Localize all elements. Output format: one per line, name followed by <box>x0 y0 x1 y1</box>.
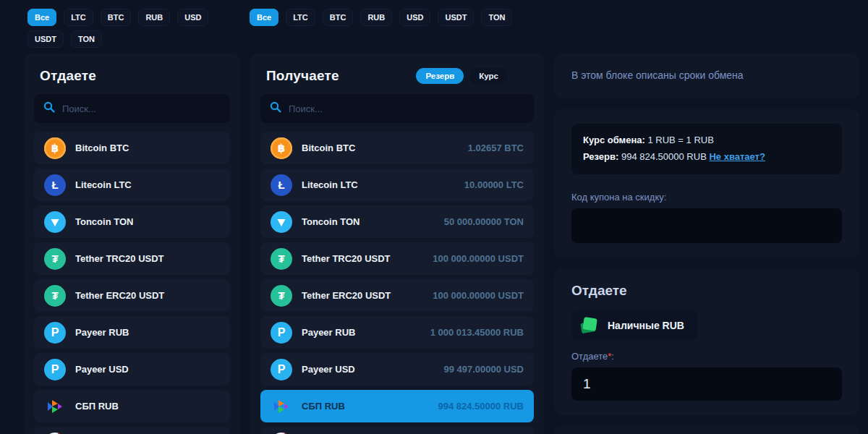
get-filter-chip-rub[interactable]: RUB <box>360 9 392 26</box>
get-filter-chip-ltc[interactable]: LTC <box>286 9 315 26</box>
list-item-litecoin[interactable]: Litecoin LTC <box>34 169 230 201</box>
list-item-toncoin[interactable]: Toncoin TON 50 000.00000 TON <box>260 205 534 238</box>
litecoin-icon <box>44 174 66 196</box>
amount-label-text: Отдаете <box>571 351 608 362</box>
currency-label: Toncoin TON <box>75 216 133 227</box>
give-search-input[interactable] <box>62 103 221 114</box>
amount-label-colon: : <box>611 351 614 362</box>
tether-icon <box>271 285 292 307</box>
get-filter-chip-ton[interactable]: TON <box>481 9 512 26</box>
tether-icon <box>44 285 66 307</box>
list-item-payeer-rub[interactable]: Payeer RUB <box>34 316 230 349</box>
list-item-tether-erc20[interactable]: Tether ERC20 USDT 100 000.00000 USDT <box>260 279 534 312</box>
get-filter-chip-all[interactable]: Все <box>250 9 278 26</box>
not-enough-link[interactable]: Не хватает? <box>709 151 765 162</box>
amount-label: Отдаете*: <box>571 351 842 362</box>
currency-label: Payeer USD <box>75 364 129 375</box>
rate-label: Курс обмена: <box>583 135 645 145</box>
get-panel-title: Получаете <box>266 68 339 84</box>
exchange-page: Все LTC BTC RUB USD USDT TON Все LTC BTC… <box>0 9 868 434</box>
payeer-icon <box>44 359 66 380</box>
reserve-value: 994 824.50000 RUB <box>621 151 707 162</box>
tether-icon <box>44 248 66 270</box>
get-currency-list: Bitcoin BTC 1.02657 BTC Litecoin LTC 10.… <box>260 132 534 434</box>
list-item-tether-erc20[interactable]: Tether ERC20 USDT <box>34 279 230 312</box>
reserve-amount: 1.02657 BTC <box>468 142 524 153</box>
currency-label: Payeer RUB <box>302 327 355 338</box>
give-search-box <box>34 94 230 123</box>
currency-label: Litecoin LTC <box>75 179 132 190</box>
give-filter-chip-btc[interactable]: BTC <box>101 9 132 26</box>
list-item-tether-trc20[interactable]: Tether TRC20 USDT <box>34 242 230 275</box>
search-icon <box>43 101 55 116</box>
reserve-line: Резерв: 994 824.50000 RUB Не хватает? <box>583 149 830 166</box>
list-item-partial[interactable] <box>260 427 534 434</box>
list-item-payeer-usd[interactable]: Payeer USD 99 497.00000 USD <box>260 353 534 386</box>
toncoin-icon <box>44 211 66 233</box>
list-item-tether-trc20[interactable]: Tether TRC20 USDT 100 000.00000 USDT <box>260 242 534 275</box>
give-filter-chip-ton[interactable]: TON <box>71 30 102 48</box>
list-item-partial[interactable] <box>34 427 230 434</box>
selected-give-method-badge: Наличные RUB <box>571 310 697 341</box>
give-filter-chip-rub[interactable]: RUB <box>138 9 170 26</box>
reserve-label: Резерв: <box>583 151 618 162</box>
sbp-icon <box>44 396 66 417</box>
search-icon <box>270 101 281 116</box>
toggle-rate-button[interactable]: Курс <box>469 68 508 84</box>
rate-value: 1 RUB = 1 RUB <box>647 135 713 145</box>
currency-label: СБП RUB <box>302 401 345 412</box>
list-item-sbp-rub[interactable]: СБП RUB <box>34 390 230 422</box>
reserve-amount: 50 000.00000 TON <box>444 216 524 227</box>
currency-label: Bitcoin BTC <box>302 142 355 153</box>
currency-label: Tether TRC20 USDT <box>302 253 391 264</box>
get-filter-group: Все LTC BTC RUB USD USDT TON <box>250 9 561 26</box>
currency-label: Litecoin LTC <box>302 179 358 190</box>
give-panel-title: Отдаете <box>40 68 96 84</box>
payeer-icon <box>44 322 66 344</box>
give-filter-chip-all[interactable]: Все <box>27 9 56 26</box>
bitcoin-icon <box>44 137 66 159</box>
give-filter-chip-usd[interactable]: USD <box>177 9 208 26</box>
get-filter-chip-usd[interactable]: USD <box>399 9 430 26</box>
payeer-icon <box>271 359 292 380</box>
get-search-input[interactable] <box>289 103 524 114</box>
currency-label: Payeer RUB <box>75 327 129 338</box>
list-item-toncoin[interactable]: Toncoin TON <box>34 205 230 238</box>
list-item-payeer-usd[interactable]: Payeer USD <box>34 353 230 386</box>
get-filter-chip-usdt[interactable]: USDT <box>438 9 474 26</box>
currency-label: СБП RUB <box>75 401 119 412</box>
reserve-amount: 994 824.50000 RUB <box>438 401 524 412</box>
currency-label: Tether ERC20 USDT <box>302 290 391 301</box>
exchange-rate-line: Курс обмена: 1 RUB = 1 RUB <box>583 132 830 149</box>
exchange-sidebar: В этом блоке описаны сроки обмена Курс о… <box>554 54 859 434</box>
coupon-input[interactable] <box>571 208 842 243</box>
reserve-amount: 100 000.00000 USDT <box>433 290 524 301</box>
list-item-litecoin[interactable]: Litecoin LTC 10.00000 LTC <box>260 169 534 201</box>
get-filter-chip-btc[interactable]: BTC <box>323 9 354 26</box>
currency-label: Tether ERC20 USDT <box>75 290 164 301</box>
rate-info-box: Курс обмена: 1 RUB = 1 RUB Резерв: 994 8… <box>571 124 842 174</box>
give-filter-chip-ltc[interactable]: LTC <box>64 9 93 26</box>
give-currency-list: Bitcoin BTC Litecoin LTC Toncoin TON Tet… <box>34 132 230 434</box>
give-filter-chip-usdt[interactable]: USDT <box>27 30 64 48</box>
give-amount-input[interactable] <box>571 367 842 401</box>
currency-label: Payeer USD <box>302 364 355 375</box>
give-section-title: Отдаете <box>571 283 842 299</box>
terms-notice: В этом блоке описаны сроки обмена <box>571 68 842 84</box>
list-item-payeer-rub[interactable]: Payeer RUB 1 000 013.45000 RUB <box>260 316 534 349</box>
get-amount-card: Получаете <box>554 426 859 434</box>
tether-icon <box>271 248 292 270</box>
currency-label: Bitcoin BTC <box>75 142 129 153</box>
reserve-amount: 10.00000 LTC <box>464 179 524 190</box>
list-item-bitcoin[interactable]: Bitcoin BTC <box>34 132 230 164</box>
sbp-icon <box>271 396 292 417</box>
payeer-icon <box>271 322 292 344</box>
give-amount-card: Отдаете Наличные RUB Отдаете*: <box>554 268 859 415</box>
coupon-label: Код купона на скидку: <box>571 192 842 203</box>
list-item-sbp-rub-selected[interactable]: СБП RUB 994 824.50000 RUB <box>260 390 534 422</box>
reserve-rate-toggle: Резерв Курс <box>416 68 508 84</box>
main-columns: Отдаете Bitcoin BTC Litecoin LTC <box>24 54 859 434</box>
reserve-amount: 100 000.00000 USDT <box>433 253 524 264</box>
toggle-reserve-button[interactable]: Резерв <box>416 68 464 84</box>
list-item-bitcoin[interactable]: Bitcoin BTC 1.02657 BTC <box>260 132 534 164</box>
